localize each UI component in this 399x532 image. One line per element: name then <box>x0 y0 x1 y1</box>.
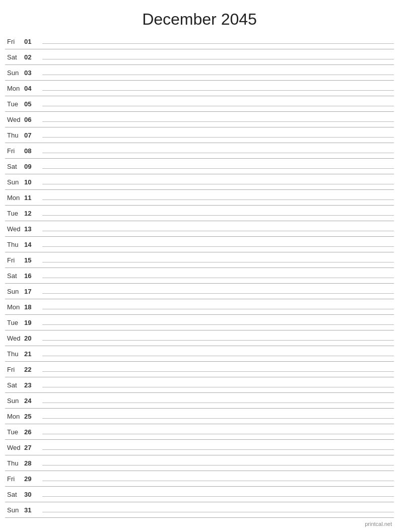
day-row: Sat09 <box>5 159 394 174</box>
day-line <box>42 153 394 153</box>
day-name: Mon <box>5 413 24 420</box>
day-row: Fri08 <box>5 143 394 159</box>
day-line <box>42 387 394 387</box>
day-name: Fri <box>5 38 24 45</box>
day-number: 10 <box>24 178 38 186</box>
day-name: Fri <box>5 475 24 483</box>
day-line <box>42 200 394 200</box>
day-row: Thu21 <box>5 346 394 362</box>
day-number: 05 <box>24 100 38 108</box>
day-name: Sat <box>5 381 24 389</box>
day-row: Sat02 <box>5 49 394 65</box>
day-name: Wed <box>5 335 24 342</box>
day-name: Thu <box>5 350 24 358</box>
day-number: 17 <box>24 288 38 295</box>
day-number: 01 <box>24 38 38 45</box>
day-name: Thu <box>5 241 24 248</box>
day-line <box>42 231 394 231</box>
day-name: Sat <box>5 53 24 61</box>
day-line <box>42 75 394 75</box>
day-line <box>42 434 394 434</box>
day-number: 22 <box>24 366 38 373</box>
day-number: 02 <box>24 53 38 61</box>
day-row: Tue12 <box>5 206 394 221</box>
day-line <box>42 418 394 419</box>
day-row: Tue26 <box>5 424 394 440</box>
day-name: Sat <box>5 491 24 498</box>
day-row: Thu07 <box>5 127 394 143</box>
calendar-container: Fri01Sat02Sun03Mon04Tue05Wed06Thu07Fri08… <box>0 34 399 518</box>
day-line <box>42 90 394 91</box>
day-name: Mon <box>5 303 24 311</box>
day-name: Wed <box>5 444 24 451</box>
day-number: 12 <box>24 210 38 217</box>
day-line <box>42 106 394 106</box>
day-row: Sat16 <box>5 268 394 284</box>
day-name: Wed <box>5 225 24 233</box>
day-name: Mon <box>5 85 24 92</box>
day-row: Fri15 <box>5 252 394 268</box>
day-line <box>42 246 394 247</box>
day-row: Sun31 <box>5 502 394 518</box>
day-name: Tue <box>5 319 24 326</box>
day-line <box>42 449 394 450</box>
page-title: December 2045 <box>0 0 399 34</box>
day-name: Thu <box>5 131 24 139</box>
day-name: Sun <box>5 397 24 405</box>
day-number: 08 <box>24 147 38 155</box>
day-name: Fri <box>5 256 24 264</box>
day-number: 03 <box>24 69 38 77</box>
day-row: Thu28 <box>5 455 394 471</box>
day-number: 20 <box>24 335 38 342</box>
day-line <box>42 168 394 169</box>
day-number: 07 <box>24 131 38 139</box>
day-number: 09 <box>24 163 38 170</box>
day-name: Fri <box>5 366 24 373</box>
day-line <box>42 356 394 356</box>
day-row: Mon18 <box>5 299 394 315</box>
day-number: 19 <box>24 319 38 326</box>
day-line <box>42 340 394 341</box>
day-line <box>42 262 394 262</box>
day-number: 21 <box>24 350 38 358</box>
day-name: Sun <box>5 288 24 295</box>
day-row: Tue05 <box>5 96 394 112</box>
day-number: 23 <box>24 381 38 389</box>
day-name: Thu <box>5 459 24 467</box>
day-number: 29 <box>24 475 38 483</box>
day-row: Mon25 <box>5 409 394 424</box>
day-row: Sun24 <box>5 393 394 409</box>
day-row: Mon04 <box>5 81 394 96</box>
day-name: Tue <box>5 100 24 108</box>
day-number: 15 <box>24 256 38 264</box>
day-number: 14 <box>24 241 38 248</box>
day-line <box>42 371 394 372</box>
day-line <box>42 324 394 325</box>
day-row: Thu14 <box>5 237 394 252</box>
day-number: 28 <box>24 459 38 467</box>
day-name: Sat <box>5 163 24 170</box>
day-number: 30 <box>24 491 38 498</box>
day-name: Sun <box>5 506 24 514</box>
day-line <box>42 309 394 309</box>
day-row: Sun03 <box>5 65 394 81</box>
day-line <box>42 184 394 184</box>
day-name: Sat <box>5 272 24 280</box>
day-name: Mon <box>5 194 24 202</box>
day-name: Tue <box>5 428 24 436</box>
day-name: Sun <box>5 69 24 77</box>
day-line <box>42 278 394 278</box>
day-line <box>42 215 394 216</box>
day-number: 06 <box>24 116 38 123</box>
day-number: 26 <box>24 428 38 436</box>
day-line <box>42 59 394 59</box>
day-line <box>42 512 394 512</box>
day-line <box>42 496 394 497</box>
day-line <box>42 465 394 466</box>
day-row: Fri29 <box>5 471 394 487</box>
day-line <box>42 121 394 122</box>
day-number: 25 <box>24 413 38 420</box>
day-line <box>42 481 394 481</box>
day-line <box>42 137 394 138</box>
day-name: Fri <box>5 147 24 155</box>
